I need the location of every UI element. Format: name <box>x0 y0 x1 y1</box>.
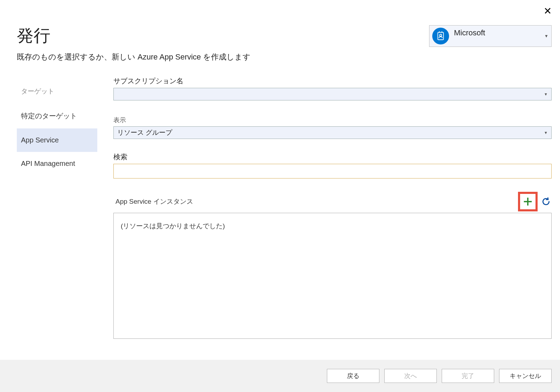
sidebar-item-target[interactable]: ターゲット <box>17 79 97 104</box>
sidebar-item-specific-target[interactable]: 特定のターゲット <box>17 104 97 128</box>
sidebar-item-label: App Service <box>21 136 59 144</box>
sidebar: ターゲット 特定のターゲット App Service API Managemen… <box>17 76 97 360</box>
search-label: 検索 <box>113 152 552 162</box>
subscription-label: サブスクリプション名 <box>113 76 552 86</box>
account-name: Microsoft <box>454 28 542 37</box>
view-label: 表示 <box>113 116 552 124</box>
chevron-down-icon: ▼ <box>544 34 548 38</box>
finish-button: 完了 <box>442 369 494 383</box>
view-dropdown[interactable]: リソース グループ ▼ <box>113 126 552 139</box>
view-value: リソース グループ <box>117 128 172 137</box>
sidebar-item-label: ターゲット <box>21 88 54 95</box>
sidebar-item-label: 特定のターゲット <box>21 112 77 120</box>
add-instance-button[interactable] <box>520 194 536 209</box>
instances-list[interactable]: (リソースは見つかりませんでした) <box>113 213 552 339</box>
add-instance-highlight <box>518 192 538 211</box>
chevron-down-icon: ▼ <box>544 131 548 135</box>
no-resources-text: (リソースは見つかりませんでした) <box>121 222 544 231</box>
search-input[interactable] <box>113 164 552 178</box>
page-subtitle: 既存のものを選択するか、新しい Azure App Service を作成します <box>17 52 543 62</box>
cancel-button[interactable]: キャンセル <box>499 369 552 383</box>
sidebar-item-app-service[interactable]: App Service <box>17 128 97 152</box>
footer: 戻る 次へ 完了 キャンセル <box>0 360 560 392</box>
instances-label: App Service インスタンス <box>113 197 518 206</box>
chevron-down-icon: ▼ <box>544 92 548 96</box>
svg-point-1 <box>440 34 442 36</box>
sidebar-item-label: API Management <box>21 160 75 167</box>
account-selector[interactable]: Microsoft ▼ <box>429 25 552 47</box>
subscription-dropdown[interactable]: ▼ <box>113 88 552 100</box>
account-badge-icon <box>432 28 449 44</box>
back-button[interactable]: 戻る <box>327 369 379 383</box>
refresh-button[interactable] <box>540 196 552 207</box>
sidebar-item-api-management[interactable]: API Management <box>17 152 97 175</box>
next-button: 次へ <box>384 369 437 383</box>
